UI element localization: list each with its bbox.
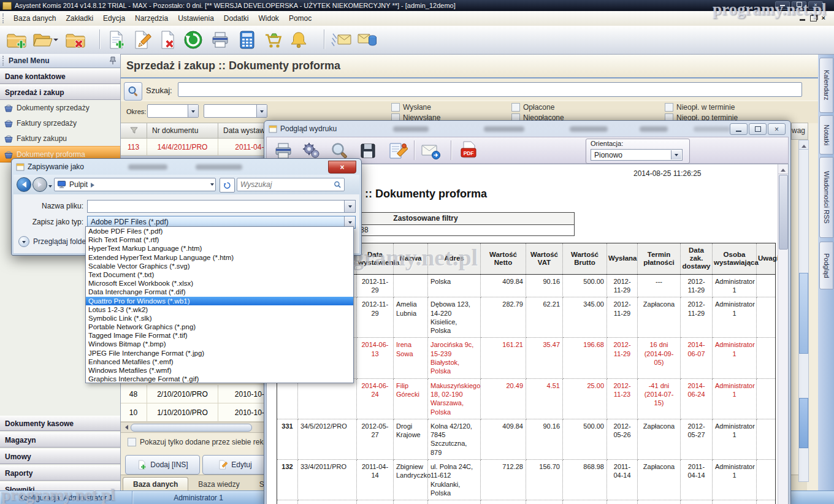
bell-icon[interactable] xyxy=(287,29,310,51)
dialog-close-button[interactable]: × xyxy=(328,161,356,174)
edit-document-icon[interactable] xyxy=(130,29,153,51)
menu-item[interactable]: Pomoc xyxy=(284,12,316,26)
file-format-option[interactable]: Enhanced Metafiles (*.emf) xyxy=(86,357,353,366)
side-tab[interactable]: Notatki xyxy=(819,115,833,155)
new-document-icon[interactable] xyxy=(104,29,128,51)
sidebar-item[interactable]: Faktury sprzedaży xyxy=(0,115,120,131)
scroll-up-icon[interactable] xyxy=(781,166,786,172)
add-button[interactable]: Dodaj [INS] xyxy=(125,455,200,475)
scrollbar-thumb[interactable] xyxy=(131,424,252,432)
sidebar-group[interactable]: Magazyn xyxy=(0,432,120,448)
mail-database-icon[interactable] xyxy=(356,29,379,51)
refresh-button[interactable] xyxy=(220,178,235,193)
send-mail-icon[interactable] xyxy=(330,29,353,51)
checkbox-icon[interactable] xyxy=(391,103,400,112)
bottom-tab[interactable]: Baza danych xyxy=(123,477,188,491)
sidebar-item[interactable]: Faktury zakupu xyxy=(0,131,120,146)
okres-from-select[interactable] xyxy=(147,104,199,118)
side-tab[interactable]: Wiadomości RSS xyxy=(819,157,833,238)
mdi-minimize-icon[interactable] xyxy=(800,19,805,21)
preview-edit-icon[interactable] xyxy=(384,140,410,162)
sidebar-group-sprzedaz-i-zakup[interactable]: Sprzedaż i zakup xyxy=(0,85,120,100)
filter-checkbox[interactable]: Nieopł. w terminie xyxy=(665,102,738,112)
file-format-option[interactable]: Tagged Image File Format (*.tif) xyxy=(86,331,353,340)
breadcrumb[interactable]: Pulpit xyxy=(54,178,216,191)
dialog-search-box[interactable] xyxy=(237,178,345,191)
open-folder-dropdown-icon[interactable] xyxy=(53,39,58,44)
print-icon[interactable] xyxy=(208,29,232,51)
search-input[interactable] xyxy=(178,82,802,97)
dialog-search-input[interactable] xyxy=(237,180,334,189)
file-format-option[interactable]: Portable Network Graphics (*.png) xyxy=(86,323,353,331)
scrollbar-thumb[interactable] xyxy=(799,273,808,354)
okres-to-select[interactable] xyxy=(204,104,267,118)
cart-icon[interactable] xyxy=(261,29,285,51)
sidebar-item[interactable]: Dokumenty sprzedaży xyxy=(0,100,120,115)
breadcrumb-dropdown-icon[interactable] xyxy=(210,183,214,188)
mdi-restore-icon[interactable] xyxy=(810,15,817,21)
sidebar-group[interactable]: Raporty xyxy=(0,465,120,481)
forward-button[interactable] xyxy=(33,177,47,192)
scrollbar-thumb2[interactable] xyxy=(799,398,808,448)
mdi-close-icon[interactable]: × xyxy=(822,13,825,22)
menu-item[interactable]: Baza danych xyxy=(9,12,61,26)
preview-scrollbar[interactable] xyxy=(778,164,788,504)
file-format-option[interactable]: Microsoft Excel Workbook (*.xlsx) xyxy=(86,279,353,288)
open-folder-icon[interactable] xyxy=(31,29,60,51)
file-format-option[interactable]: HyperText Markup Language (*.htm) xyxy=(86,244,353,253)
file-format-option[interactable]: JPEG File Interchange Format (*.jpg) xyxy=(86,349,353,357)
file-format-option[interactable]: Text Document (*.txt) xyxy=(86,270,353,279)
search-button[interactable] xyxy=(124,82,142,101)
sidebar-group[interactable]: Dokumenty kasowe xyxy=(0,416,120,431)
file-format-option[interactable]: Windows Metafiles (*.wmf) xyxy=(86,366,353,375)
preview-titlebar[interactable]: Podgląd wydruku × xyxy=(264,121,790,137)
preview-close-button[interactable]: × xyxy=(768,123,786,135)
checkbox-icon[interactable] xyxy=(665,103,673,112)
file-format-option[interactable]: Symbolic Link (*.slk) xyxy=(86,314,353,323)
panel-menu-header[interactable]: Panel Menu xyxy=(0,54,120,68)
menu-item[interactable]: Widok xyxy=(254,12,284,26)
file-name-input[interactable] xyxy=(87,200,356,213)
file-format-option[interactable]: Rich Text Format (*.rtf) xyxy=(86,235,353,244)
preview-maximize-button[interactable] xyxy=(749,123,767,135)
scrollbar-thumb[interactable] xyxy=(779,175,788,250)
back-button[interactable] xyxy=(17,177,31,192)
checkbox-icon[interactable] xyxy=(511,103,520,112)
column-header-nr-dokumentu[interactable]: Nr dokumentu xyxy=(147,123,218,139)
close-button[interactable]: × xyxy=(808,1,823,10)
browse-folders-button[interactable]: Przeglądaj foldery xyxy=(18,236,92,247)
filter-funnel-header[interactable] xyxy=(120,123,147,139)
refresh-icon[interactable] xyxy=(182,29,205,51)
filter-checkbox[interactable]: Wysłane xyxy=(391,102,511,112)
menu-item[interactable]: Ustawienia xyxy=(173,12,219,26)
orientation-select[interactable]: Pionowo xyxy=(591,149,683,161)
checkbox-icon[interactable] xyxy=(128,438,136,446)
preview-export-pdf-icon[interactable]: PDF xyxy=(456,140,481,162)
delete-document-icon[interactable] xyxy=(156,29,179,51)
file-format-option[interactable]: Adobe PDF Files (*.pdf) xyxy=(86,227,353,235)
horizontal-scrollbar[interactable] xyxy=(120,422,274,433)
file-format-option[interactable]: Lotus 1-2-3 (*.wk2) xyxy=(86,305,353,314)
new-folder-icon[interactable] xyxy=(5,29,28,51)
menu-item[interactable]: Narzędzia xyxy=(130,12,173,26)
minimize-button[interactable] xyxy=(775,1,790,10)
delete-folder-icon[interactable] xyxy=(64,29,87,51)
preview-email-icon[interactable] xyxy=(418,140,443,162)
sidebar-group[interactable]: Umowy xyxy=(0,449,120,464)
menu-item[interactable]: Edycja xyxy=(98,12,130,26)
sidebar-group-dane-kontaktowe[interactable]: Dane kontaktowe xyxy=(0,69,120,84)
file-format-option[interactable]: Scalable Vector Graphics (*.svg) xyxy=(86,262,353,270)
menu-item[interactable]: Dodatki xyxy=(219,12,254,26)
menu-item[interactable]: Zakładki xyxy=(61,12,98,26)
file-format-option[interactable]: Windows Bitmap (*.bmp) xyxy=(86,340,353,348)
bottom-tab[interactable]: Baza wiedzy xyxy=(188,478,249,491)
file-format-option[interactable]: Graphics Interchange Format (*.gif) xyxy=(86,375,353,383)
side-tab[interactable]: Kalendarz xyxy=(819,58,833,113)
calculator-icon[interactable] xyxy=(235,29,259,51)
show-only-mine-checkbox[interactable]: Pokazuj tylko dodane przez siebie rekord… xyxy=(128,438,278,446)
side-tab[interactable]: Podgląd xyxy=(819,242,833,289)
pin-icon[interactable] xyxy=(109,56,117,65)
filter-checkbox[interactable]: Opłacone xyxy=(511,102,665,112)
dialog-titlebar[interactable]: Zapisywanie jako × xyxy=(12,159,361,175)
preview-minimize-button[interactable] xyxy=(730,123,748,135)
